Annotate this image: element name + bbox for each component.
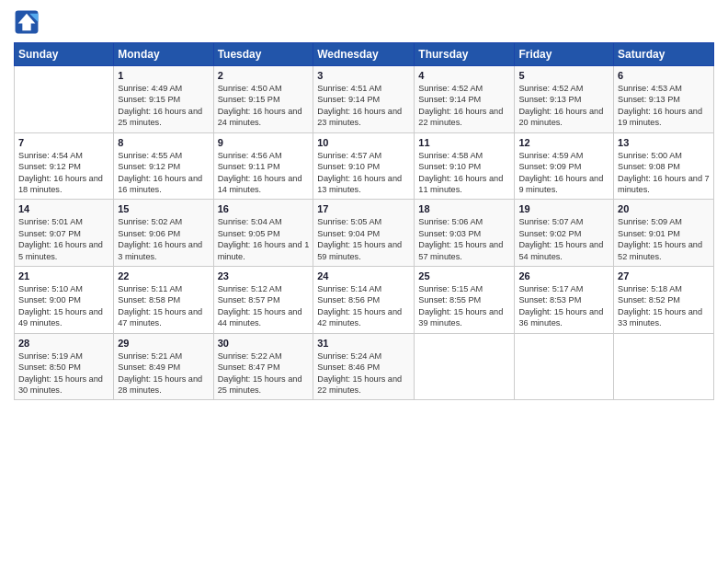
day-cell: 6Sunrise: 4:53 AM Sunset: 9:13 PM Daylig… xyxy=(614,66,714,133)
day-number: 22 xyxy=(118,270,209,282)
day-info: Sunrise: 4:51 AM Sunset: 9:14 PM Dayligh… xyxy=(317,83,410,129)
day-cell xyxy=(614,333,714,400)
day-info: Sunrise: 4:53 AM Sunset: 9:13 PM Dayligh… xyxy=(618,83,710,129)
day-info: Sunrise: 5:15 AM Sunset: 8:55 PM Dayligh… xyxy=(418,283,510,329)
week-row-0: 1Sunrise: 4:49 AM Sunset: 9:15 PM Daylig… xyxy=(15,66,714,133)
day-info: Sunrise: 5:24 AM Sunset: 8:46 PM Dayligh… xyxy=(317,350,410,396)
header-cell-wednesday: Wednesday xyxy=(313,43,415,66)
day-cell: 1Sunrise: 4:49 AM Sunset: 9:15 PM Daylig… xyxy=(114,66,213,133)
day-info: Sunrise: 5:01 AM Sunset: 9:07 PM Dayligh… xyxy=(18,216,109,262)
week-row-4: 28Sunrise: 5:19 AM Sunset: 8:50 PM Dayli… xyxy=(15,333,714,400)
day-cell: 10Sunrise: 4:57 AM Sunset: 9:10 PM Dayli… xyxy=(313,132,415,200)
day-cell: 12Sunrise: 4:59 AM Sunset: 9:09 PM Dayli… xyxy=(515,132,614,200)
day-cell: 8Sunrise: 4:55 AM Sunset: 9:12 PM Daylig… xyxy=(114,132,213,200)
day-number: 17 xyxy=(317,203,410,214)
header-cell-monday: Monday xyxy=(114,43,213,66)
day-cell xyxy=(15,66,114,133)
day-number: 8 xyxy=(118,137,209,148)
day-cell: 9Sunrise: 4:56 AM Sunset: 9:11 PM Daylig… xyxy=(213,132,313,200)
day-cell: 5Sunrise: 4:52 AM Sunset: 9:13 PM Daylig… xyxy=(515,66,614,133)
header-cell-thursday: Thursday xyxy=(415,43,515,66)
page-container: SundayMondayTuesdayWednesdayThursdayFrid… xyxy=(0,0,728,563)
day-cell: 11Sunrise: 4:58 AM Sunset: 9:10 PM Dayli… xyxy=(415,132,515,200)
day-cell: 2Sunrise: 4:50 AM Sunset: 9:15 PM Daylig… xyxy=(213,66,313,133)
day-cell: 31Sunrise: 5:24 AM Sunset: 8:46 PM Dayli… xyxy=(313,333,415,400)
day-info: Sunrise: 4:57 AM Sunset: 9:10 PM Dayligh… xyxy=(317,150,410,196)
day-info: Sunrise: 4:55 AM Sunset: 9:12 PM Dayligh… xyxy=(118,150,209,196)
day-number: 3 xyxy=(317,70,410,81)
day-number: 16 xyxy=(218,203,310,214)
calendar-body: 1Sunrise: 4:49 AM Sunset: 9:15 PM Daylig… xyxy=(15,66,714,400)
day-cell: 24Sunrise: 5:14 AM Sunset: 8:56 PM Dayli… xyxy=(313,267,415,334)
header-row: SundayMondayTuesdayWednesdayThursdayFrid… xyxy=(15,43,714,66)
calendar-header: SundayMondayTuesdayWednesdayThursdayFrid… xyxy=(15,43,714,66)
day-cell: 23Sunrise: 5:12 AM Sunset: 8:57 PM Dayli… xyxy=(213,267,313,334)
day-info: Sunrise: 5:18 AM Sunset: 8:52 PM Dayligh… xyxy=(618,283,710,329)
day-number: 29 xyxy=(118,338,209,349)
day-cell: 19Sunrise: 5:07 AM Sunset: 9:02 PM Dayli… xyxy=(515,200,614,267)
day-cell: 15Sunrise: 5:02 AM Sunset: 9:06 PM Dayli… xyxy=(114,200,213,267)
day-number: 10 xyxy=(317,137,410,148)
day-number: 5 xyxy=(518,70,609,81)
day-number: 30 xyxy=(218,338,310,349)
day-cell: 3Sunrise: 4:51 AM Sunset: 9:14 PM Daylig… xyxy=(313,66,415,133)
week-row-3: 21Sunrise: 5:10 AM Sunset: 9:00 PM Dayli… xyxy=(15,267,714,334)
logo xyxy=(14,9,43,35)
day-info: Sunrise: 5:12 AM Sunset: 8:57 PM Dayligh… xyxy=(218,283,310,329)
day-number: 27 xyxy=(618,270,710,282)
day-info: Sunrise: 4:49 AM Sunset: 9:15 PM Dayligh… xyxy=(118,83,209,129)
day-number: 15 xyxy=(118,203,209,214)
day-number: 20 xyxy=(618,203,710,214)
day-cell: 29Sunrise: 5:21 AM Sunset: 8:49 PM Dayli… xyxy=(114,333,213,400)
day-info: Sunrise: 5:17 AM Sunset: 8:53 PM Dayligh… xyxy=(518,283,609,329)
day-info: Sunrise: 5:11 AM Sunset: 8:58 PM Dayligh… xyxy=(118,283,209,329)
day-info: Sunrise: 5:06 AM Sunset: 9:03 PM Dayligh… xyxy=(418,216,510,262)
day-number: 23 xyxy=(218,270,310,282)
day-number: 31 xyxy=(317,338,410,349)
day-info: Sunrise: 4:50 AM Sunset: 9:15 PM Dayligh… xyxy=(218,83,310,129)
day-info: Sunrise: 4:58 AM Sunset: 9:10 PM Dayligh… xyxy=(418,150,510,196)
day-info: Sunrise: 4:52 AM Sunset: 9:14 PM Dayligh… xyxy=(418,83,510,129)
day-info: Sunrise: 4:52 AM Sunset: 9:13 PM Dayligh… xyxy=(518,83,609,129)
day-number: 11 xyxy=(418,137,510,148)
day-number: 21 xyxy=(18,270,109,282)
day-cell: 20Sunrise: 5:09 AM Sunset: 9:01 PM Dayli… xyxy=(614,200,714,267)
day-number: 26 xyxy=(518,270,609,282)
day-cell xyxy=(515,333,614,400)
day-cell: 28Sunrise: 5:19 AM Sunset: 8:50 PM Dayli… xyxy=(15,333,114,400)
day-cell: 13Sunrise: 5:00 AM Sunset: 9:08 PM Dayli… xyxy=(614,132,714,200)
day-number: 1 xyxy=(118,70,209,81)
day-number: 2 xyxy=(218,70,310,81)
day-number: 19 xyxy=(518,203,609,214)
day-info: Sunrise: 5:09 AM Sunset: 9:01 PM Dayligh… xyxy=(618,216,710,262)
day-info: Sunrise: 4:54 AM Sunset: 9:12 PM Dayligh… xyxy=(18,150,109,196)
day-cell xyxy=(415,333,515,400)
day-number: 6 xyxy=(618,70,710,81)
day-cell: 16Sunrise: 5:04 AM Sunset: 9:05 PM Dayli… xyxy=(213,200,313,267)
header-cell-sunday: Sunday xyxy=(15,43,114,66)
day-info: Sunrise: 5:00 AM Sunset: 9:08 PM Dayligh… xyxy=(618,150,710,196)
day-cell: 17Sunrise: 5:05 AM Sunset: 9:04 PM Dayli… xyxy=(313,200,415,267)
logo-icon xyxy=(14,9,40,35)
day-number: 25 xyxy=(418,270,510,282)
day-number: 4 xyxy=(418,70,510,81)
header-cell-tuesday: Tuesday xyxy=(213,43,313,66)
header-cell-saturday: Saturday xyxy=(614,43,714,66)
day-cell: 18Sunrise: 5:06 AM Sunset: 9:03 PM Dayli… xyxy=(415,200,515,267)
day-cell: 26Sunrise: 5:17 AM Sunset: 8:53 PM Dayli… xyxy=(515,267,614,334)
day-cell: 30Sunrise: 5:22 AM Sunset: 8:47 PM Dayli… xyxy=(213,333,313,400)
day-info: Sunrise: 5:02 AM Sunset: 9:06 PM Dayligh… xyxy=(118,216,209,262)
day-number: 12 xyxy=(518,137,609,148)
header-cell-friday: Friday xyxy=(515,43,614,66)
page-header xyxy=(14,9,714,35)
day-info: Sunrise: 4:56 AM Sunset: 9:11 PM Dayligh… xyxy=(218,150,310,196)
day-cell: 7Sunrise: 4:54 AM Sunset: 9:12 PM Daylig… xyxy=(15,132,114,200)
day-cell: 21Sunrise: 5:10 AM Sunset: 9:00 PM Dayli… xyxy=(15,267,114,334)
day-cell: 14Sunrise: 5:01 AM Sunset: 9:07 PM Dayli… xyxy=(15,200,114,267)
day-number: 13 xyxy=(618,137,710,148)
day-info: Sunrise: 5:07 AM Sunset: 9:02 PM Dayligh… xyxy=(518,216,609,262)
day-number: 14 xyxy=(18,203,109,214)
day-info: Sunrise: 4:59 AM Sunset: 9:09 PM Dayligh… xyxy=(518,150,609,196)
day-info: Sunrise: 5:04 AM Sunset: 9:05 PM Dayligh… xyxy=(218,216,310,262)
day-info: Sunrise: 5:19 AM Sunset: 8:50 PM Dayligh… xyxy=(18,350,109,396)
